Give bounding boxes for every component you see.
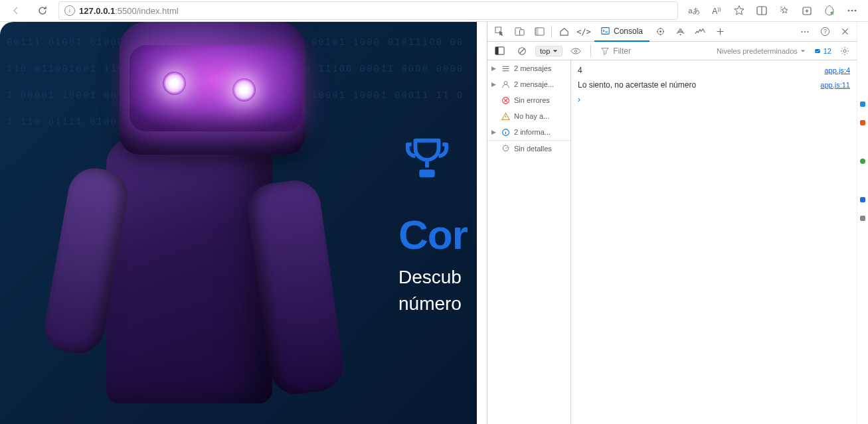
svg-point-5 [851, 10, 853, 12]
sidebar-messages[interactable]: ▶ 2 mensajes [487, 60, 570, 76]
clear-console-icon[interactable] [513, 42, 531, 60]
sidebar-no-errors[interactable]: Sin errores [487, 92, 570, 108]
refresh-button[interactable] [32, 1, 53, 20]
svg-point-4 [848, 10, 850, 12]
devtools-tabs: </> Consola ? [487, 22, 857, 42]
svg-point-17 [804, 31, 806, 32]
console-sidebar: ▶ 2 mensajes ▶ 2 mensaje... Sin errores … [487, 60, 571, 424]
svg-rect-22 [495, 47, 498, 54]
context-selector[interactable]: top [535, 46, 563, 56]
svg-point-27 [504, 81, 507, 84]
issues-counter[interactable]: 12 [814, 47, 831, 55]
console-settings-icon[interactable] [835, 42, 854, 60]
console-log-row[interactable]: 4 app.js:4 [571, 63, 857, 78]
page-title: Cor [398, 211, 468, 258]
svg-text:?: ? [824, 28, 827, 35]
svg-point-24 [575, 50, 577, 52]
elements-tab[interactable]: </> [574, 23, 593, 40]
svg-rect-9 [519, 30, 524, 35]
more-icon[interactable] [841, 1, 863, 20]
performance-tab-icon[interactable] [691, 23, 709, 40]
add-tab-icon[interactable] [711, 23, 729, 40]
device-icon[interactable] [510, 23, 529, 40]
console-output[interactable]: 4 app.js:4 Lo siento, no acertaste el nú… [571, 60, 857, 424]
svg-rect-12 [602, 28, 609, 35]
sidebar-user-messages[interactable]: ▶ 2 mensaje... [487, 76, 570, 92]
browser-toolbar: i 127.0.0.1:5500/index.html aあ A)) [0, 0, 868, 22]
favorites-list-icon[interactable] [774, 1, 795, 20]
svg-point-6 [855, 10, 857, 12]
sidebar-no-warnings[interactable]: No hay a... [487, 108, 570, 124]
svg-point-16 [802, 31, 803, 32]
help-icon[interactable]: ? [816, 23, 834, 40]
trophy-icon [404, 135, 450, 181]
favorite-icon[interactable] [729, 1, 750, 20]
toggle-sidebar-icon[interactable] [490, 42, 509, 60]
inspect-icon[interactable] [490, 23, 509, 40]
sidebar-no-verbose[interactable]: Sin detalles [487, 140, 570, 156]
welcome-tab[interactable] [555, 23, 573, 40]
source-link[interactable]: app.js:11 [820, 79, 850, 91]
svg-rect-11 [535, 28, 538, 35]
split-screen-icon[interactable] [751, 1, 772, 20]
collections-icon[interactable] [796, 1, 818, 20]
console-log-row[interactable]: Lo siento, no acertaste el número app.js… [571, 78, 857, 92]
url-text: 127.0.0.1:5500/index.html [79, 6, 179, 16]
edge-sidebar [857, 22, 868, 424]
page-subtitle: Descubnúmero [398, 264, 462, 317]
site-info-icon[interactable]: i [64, 5, 75, 16]
console-prompt[interactable]: › [571, 92, 857, 107]
svg-point-26 [843, 49, 846, 52]
console-toolbar: top Filter Niveles predeterminados 12 [487, 42, 857, 60]
performance-icon[interactable] [819, 1, 840, 20]
sources-tab-icon[interactable] [651, 23, 669, 40]
log-levels-selector[interactable]: Niveles predeterminados [713, 47, 810, 55]
robot-illustration [20, 22, 365, 424]
back-button[interactable] [5, 1, 27, 20]
devtools-panel: </> Consola ? top Filter Niveles predete… [487, 22, 857, 424]
console-tab[interactable]: Consola [594, 22, 650, 42]
sidebar-info[interactable]: ▶ 2 informa... [487, 124, 570, 140]
read-aloud-icon[interactable]: aあ [683, 1, 705, 20]
toolbar-right: aあ A)) [683, 1, 863, 20]
svg-rect-25 [815, 49, 820, 53]
svg-point-14 [659, 31, 661, 33]
source-link[interactable]: app.js:4 [824, 64, 850, 76]
svg-point-15 [679, 34, 681, 35]
network-tab-icon[interactable] [671, 23, 689, 40]
page-content: 00111 01001 0100010 10001 01110 00010 01… [0, 22, 477, 424]
live-expression-icon[interactable] [566, 42, 585, 60]
console-body: ▶ 2 mensajes ▶ 2 mensaje... Sin errores … [487, 60, 857, 424]
devtools-more-icon[interactable] [796, 23, 814, 40]
dock-icon[interactable] [530, 23, 549, 40]
address-bar[interactable]: i 127.0.0.1:5500/index.html [58, 1, 678, 20]
filter-input[interactable]: Filter [596, 46, 709, 56]
text-size-icon[interactable]: A)) [706, 1, 727, 20]
close-devtools-icon[interactable] [835, 23, 854, 40]
svg-point-18 [807, 31, 808, 32]
